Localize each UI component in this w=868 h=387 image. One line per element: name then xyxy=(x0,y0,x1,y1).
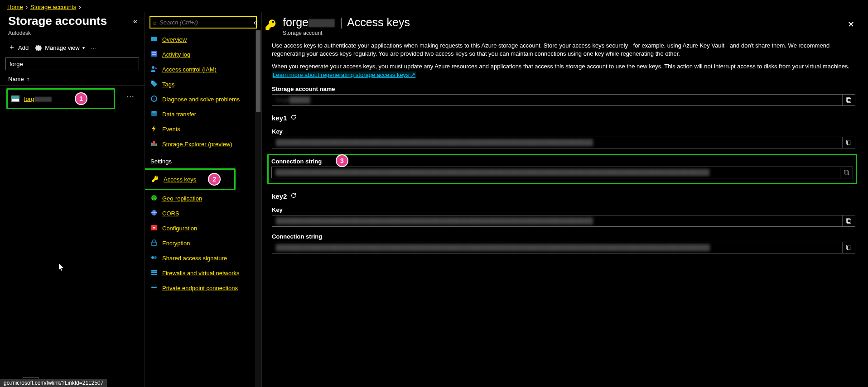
endpoint-icon xyxy=(150,284,158,292)
storage-accounts-panel: Storage accounts « Autodesk ＋ Add Manage… xyxy=(0,12,145,387)
row-more-button[interactable]: ··· xyxy=(127,93,135,100)
nav-item-overview[interactable]: Overview xyxy=(145,32,261,47)
key2-key-value: ████████████████████████████████████████… xyxy=(272,216,842,225)
svg-rect-9 xyxy=(151,143,153,146)
scrollbar-thumb[interactable] xyxy=(256,30,260,112)
left-toolbar: ＋ Add Manage view ▾ ··· xyxy=(0,40,145,55)
nav-item-activity-log[interactable]: Activity log xyxy=(145,47,261,62)
manage-view-button[interactable]: Manage view ▾ xyxy=(35,44,85,51)
annotation-badge-1: 1 xyxy=(75,92,87,105)
copy-button[interactable] xyxy=(842,95,855,105)
storage-account-link[interactable]: forg xyxy=(24,96,52,102)
key2-heading: key2 xyxy=(272,192,855,200)
collapse-left-icon[interactable]: « xyxy=(133,17,137,25)
nav-item-cors[interactable]: CORS xyxy=(145,206,261,221)
blade-title: forge | Access keys xyxy=(283,16,410,29)
scrollbar[interactable] xyxy=(255,30,261,387)
nav-item-label: Tags xyxy=(162,81,174,88)
key2-cs-label: Connection string xyxy=(272,233,855,240)
nav-item-label: Activity log xyxy=(162,51,190,58)
close-icon[interactable]: ✕ xyxy=(843,16,859,33)
key2-cs-field: ████████████████████████████████████████… xyxy=(272,242,855,253)
refresh-icon[interactable] xyxy=(290,114,297,122)
nav-item-access-control-iam-[interactable]: Access control (IAM) xyxy=(145,62,261,77)
nav-item-label: Access control (IAM) xyxy=(162,66,217,73)
nav-item-diagnose-and-solve-problems[interactable]: Diagnose and solve problems xyxy=(145,92,261,107)
svg-rect-11 xyxy=(155,143,157,146)
nav-item-label: Diagnose and solve problems xyxy=(162,96,240,103)
column-header-name[interactable]: Name ↑ xyxy=(0,73,145,86)
events-icon xyxy=(150,125,158,134)
nav-item-geo-replication[interactable]: Geo-replication xyxy=(145,191,261,206)
key1-key-label: Key xyxy=(272,128,855,135)
svg-point-4 xyxy=(152,66,154,69)
nav-item-label: Geo-replication xyxy=(162,195,202,202)
storage-account-name-label: Storage account name xyxy=(272,86,855,92)
transfer-icon xyxy=(150,110,158,119)
nav-item-private-endpoint-connections[interactable]: Private endpoint connections xyxy=(145,281,261,296)
nav-item-tags[interactable]: Tags xyxy=(145,77,261,92)
key-icon xyxy=(152,175,159,184)
status-bar-url: go.microsoft.com/fwlink/?LinkId=2112507 xyxy=(0,379,107,387)
nav-item-events[interactable]: Events xyxy=(145,122,261,137)
resource-nav-panel: ⌕ OverviewActivity logAccess control (IA… xyxy=(145,12,262,387)
nav-item-label: Events xyxy=(162,126,180,133)
collapse-mid-icon[interactable]: « xyxy=(254,19,258,27)
learn-more-link[interactable]: Learn more about regenerating storage ac… xyxy=(272,72,416,78)
sas-icon xyxy=(150,254,158,263)
breadcrumb-sep-icon: › xyxy=(26,4,28,10)
nav-item-access-keys[interactable]: Access keys2 xyxy=(145,168,236,190)
svg-rect-21 xyxy=(151,274,157,275)
page-title: Storage accounts xyxy=(8,14,107,28)
key1-key-field: ████████████████████████████████████████… xyxy=(272,137,855,148)
nav-item-encryption[interactable]: Encryption xyxy=(145,236,261,251)
manage-view-label: Manage view xyxy=(45,44,80,51)
explorer-icon xyxy=(150,140,158,148)
storage-account-icon xyxy=(11,96,19,102)
breadcrumb-storage-accounts[interactable]: Storage accounts xyxy=(30,4,76,10)
storage-account-row[interactable]: forg 1 ··· xyxy=(6,88,115,109)
key1-cs-label: Connection string xyxy=(271,158,853,165)
copy-button[interactable] xyxy=(842,242,855,253)
svg-rect-0 xyxy=(151,37,157,41)
nav-item-firewalls-and-virtual-networks[interactable]: Firewalls and virtual networks xyxy=(145,266,261,281)
nav-item-label: Storage Explorer (preview) xyxy=(162,141,232,148)
gear-icon xyxy=(35,44,42,51)
storage-account-name-field: forge█████ xyxy=(272,94,855,106)
nav-item-storage-explorer-preview-[interactable]: Storage Explorer (preview) xyxy=(145,137,261,152)
connection-string-highlight: 3 Connection string ████████████████████… xyxy=(267,154,857,184)
copy-button[interactable] xyxy=(840,167,853,178)
nav-section-settings: Settings xyxy=(145,152,261,167)
key1-cs-field: ████████████████████████████████████████… xyxy=(271,167,853,178)
overview-icon xyxy=(150,35,158,44)
key1-heading: key1 xyxy=(272,114,855,122)
tenant-label: Autodesk xyxy=(0,30,145,40)
refresh-icon[interactable] xyxy=(290,192,297,200)
add-label: Add xyxy=(18,44,29,51)
svg-rect-16 xyxy=(152,242,156,245)
svg-point-5 xyxy=(155,67,157,69)
nav-item-data-transfer[interactable]: Data transfer xyxy=(145,107,261,122)
key1-key-value: ████████████████████████████████████████… xyxy=(272,138,842,147)
svg-rect-3 xyxy=(152,54,156,55)
more-actions-button[interactable]: ··· xyxy=(91,44,96,51)
key2-key-field: ████████████████████████████████████████… xyxy=(272,215,855,227)
copy-button[interactable] xyxy=(842,215,855,226)
svg-rect-10 xyxy=(153,141,155,146)
breadcrumb-home[interactable]: Home xyxy=(7,4,23,10)
filter-input[interactable] xyxy=(5,57,139,70)
add-button[interactable]: ＋ Add xyxy=(8,44,29,51)
annotation-badge-2: 2 xyxy=(208,173,221,186)
chevron-down-icon: ▾ xyxy=(82,45,85,50)
nav-search-input[interactable]: ⌕ xyxy=(149,16,257,29)
copy-button[interactable] xyxy=(842,137,855,148)
cors-icon xyxy=(150,209,158,218)
intro-paragraph-1: Use access keys to authenticate your app… xyxy=(272,42,855,58)
nav-item-configuration[interactable]: Configuration xyxy=(145,221,261,236)
nav-item-shared-access-signature[interactable]: Shared access signature xyxy=(145,251,261,266)
nav-item-label: Firewalls and virtual networks xyxy=(162,270,240,277)
key1-cs-value: ████████████████████████████████████████… xyxy=(272,168,840,177)
svg-point-22 xyxy=(151,287,153,288)
nav-item-label: Shared access signature xyxy=(162,255,227,262)
nav-item-label: Data transfer xyxy=(162,111,196,118)
